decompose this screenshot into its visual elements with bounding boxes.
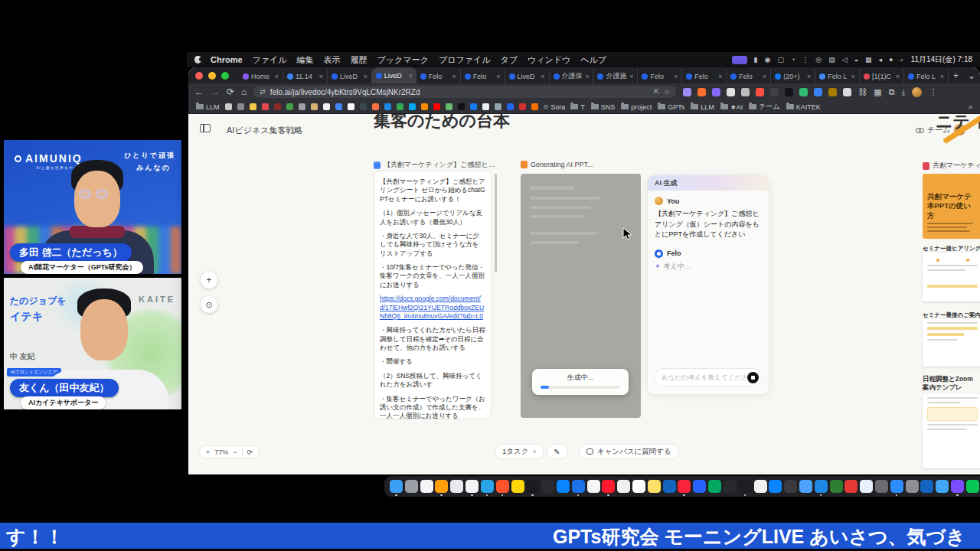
doc-paragraph[interactable]: ・10/7集客セミナーでやった発信・集客ワークの文章を、一人一人個別にお送りする	[380, 263, 485, 289]
menu-item[interactable]: ヘルプ	[580, 54, 606, 66]
bookmark-folder[interactable]: T	[570, 102, 585, 112]
tab-close-icon[interactable]: ×	[629, 73, 633, 80]
task-dropdown[interactable]: 1タスク ∨	[495, 444, 544, 459]
download-icon[interactable]: ⤓	[902, 87, 906, 97]
extension-icon[interactable]	[828, 88, 837, 96]
browser-tab[interactable]: Felo ×	[416, 69, 461, 83]
bookmark-favicon[interactable]	[286, 103, 293, 110]
dock-app-icon[interactable]	[754, 480, 767, 493]
bookmark-favicon[interactable]	[299, 103, 305, 110]
bookmark-folder[interactable]: LLM	[196, 103, 220, 111]
status-icon[interactable]: ◒	[854, 56, 858, 64]
tab-close-icon[interactable]: ×	[364, 73, 368, 80]
menu-item[interactable]: 表示	[324, 54, 341, 66]
dock-app-icon[interactable]	[420, 480, 433, 493]
status-icon[interactable]: ⌕	[900, 56, 904, 64]
dock-app-icon[interactable]	[799, 480, 812, 493]
menu-item[interactable]: 編集	[297, 54, 314, 66]
dock-app-icon[interactable]	[815, 480, 828, 493]
browser-tab[interactable]: Felo ×	[461, 69, 505, 83]
status-icon[interactable]: ▮	[754, 56, 758, 64]
browser-tab[interactable]: 介護施 ×	[593, 69, 638, 83]
tab-close-icon[interactable]: ×	[452, 73, 456, 80]
apple-menu-icon[interactable]	[194, 56, 201, 64]
dock-app-icon[interactable]	[678, 480, 691, 493]
status-icon[interactable]: ◁	[842, 56, 848, 64]
apps-grid-icon[interactable]: ▦	[874, 87, 881, 97]
slide-thumbnail-1[interactable]: 共創マーケテ本PPTの使い方	[923, 174, 980, 239]
minimize-window-button[interactable]	[208, 72, 216, 80]
dock-app-icon[interactable]	[724, 480, 737, 493]
bookmark-favicon[interactable]	[348, 103, 354, 110]
menu-item[interactable]: ファイル	[253, 54, 287, 66]
bookmark-favicon[interactable]	[274, 103, 281, 110]
browser-tab[interactable]: LiveD ×	[372, 67, 416, 83]
status-icon[interactable]: ▦	[865, 56, 872, 64]
doc-paragraph[interactable]: ・集客セミナーでやったワーク（お誘い文の作成）で作成した文書を、一人一人個別にお…	[380, 395, 485, 420]
tab-close-icon[interactable]: ×	[851, 73, 855, 80]
bookmark-folder[interactable]: ★AI	[720, 102, 743, 112]
address-bar[interactable]: ⇄ felo.ai/ja/livedoc/4ybKtrs9VqLCMsjNKr2…	[253, 86, 676, 98]
dock-app-icon[interactable]	[390, 480, 403, 493]
browser-tab[interactable]: Felo L ×	[904, 69, 949, 83]
browser-tab[interactable]: 11.14 ×	[283, 69, 328, 83]
chat-input[interactable]	[662, 373, 747, 381]
bookmark-folder[interactable]: KAITEK	[786, 102, 821, 112]
extension-icon[interactable]	[785, 88, 793, 96]
dock-app-icon[interactable]	[936, 480, 949, 493]
dock-app-icon[interactable]	[572, 480, 585, 493]
forward-button[interactable]: →	[211, 87, 220, 96]
dock-app-icon[interactable]	[511, 480, 524, 493]
extension-icon[interactable]	[814, 88, 822, 96]
reset-view-icon[interactable]: ⟳	[247, 448, 253, 456]
doc-paragraph[interactable]: ・身近な人で30人、セミナーに少しでも興味持って頂けそうな方をリストアップする	[380, 232, 485, 258]
menu-item[interactable]: タブ	[500, 54, 518, 66]
dock-app-icon[interactable]	[617, 480, 630, 493]
bookmark-favicon[interactable]	[250, 103, 256, 110]
dock-app-icon[interactable]	[526, 480, 539, 493]
bookmark-favicon[interactable]	[323, 103, 330, 110]
browser-tab[interactable]: (20+) ×	[771, 69, 815, 83]
new-tab-button[interactable]: +	[953, 70, 959, 81]
bookmark-favicon[interactable]	[421, 103, 428, 110]
bookmark-favicon[interactable]	[531, 103, 538, 110]
bookmark-folder[interactable]: LLM	[691, 102, 714, 112]
scrollbar-thumb[interactable]	[495, 174, 497, 272]
bookmark-favicon[interactable]	[237, 103, 244, 110]
bookmark-favicon[interactable]	[495, 103, 501, 110]
bookmark-favicon[interactable]	[470, 103, 477, 110]
browser-tab[interactable]: Felo ×	[682, 69, 727, 83]
dock-app-icon[interactable]	[920, 480, 933, 493]
browser-tab[interactable]: Home ×	[239, 69, 283, 83]
dock-app-icon[interactable]	[875, 480, 888, 493]
status-icon[interactable]: ⋮	[802, 56, 808, 64]
tab-group-icon[interactable]: ⧉	[889, 87, 895, 97]
back-button[interactable]: ←	[194, 87, 204, 96]
bookmark-favicon[interactable]	[519, 103, 526, 110]
tab-close-icon[interactable]: ×	[763, 73, 766, 80]
browser-tab[interactable]: LiveD ×	[505, 69, 550, 83]
dock-app-icon[interactable]	[648, 480, 661, 493]
tab-search-chevron-icon[interactable]: ⌄	[968, 70, 975, 81]
extension-icon[interactable]	[843, 88, 851, 96]
home-button[interactable]: ⌂	[241, 87, 247, 96]
dock-app-icon[interactable]	[739, 480, 752, 493]
bookmarks-overflow-icon[interactable]: »	[969, 103, 972, 111]
dock-app-icon[interactable]	[906, 480, 919, 493]
dock-app-icon[interactable]	[496, 480, 509, 493]
bookmark-folder[interactable]: GPTs	[658, 102, 684, 112]
tab-close-icon[interactable]: ×	[718, 73, 722, 80]
bookmark-favicon[interactable]	[372, 103, 379, 110]
browser-tab[interactable]: Felo ×	[727, 69, 771, 83]
bookmark-favicon[interactable]	[458, 103, 465, 110]
status-icon[interactable]: ●	[889, 56, 893, 64]
browser-tab[interactable]: Felo L ×	[815, 69, 860, 83]
dock-app-icon[interactable]	[663, 480, 676, 493]
doc-paragraph[interactable]: ・興味持ってくれた方がいたら日程調整して日程を確定➡その日程に合わせて、他の方を…	[380, 326, 485, 352]
close-window-button[interactable]	[195, 72, 203, 80]
status-icon[interactable]: ◂	[879, 56, 883, 64]
extension-icon[interactable]	[756, 88, 764, 96]
browser-tab[interactable]: LiveD ×	[328, 69, 372, 83]
bookmark-favicon[interactable]	[360, 103, 367, 110]
bookmark-favicon[interactable]	[335, 103, 342, 110]
